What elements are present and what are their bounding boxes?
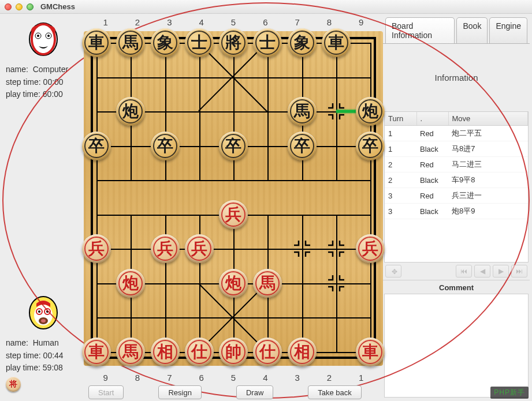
opponent-avatar-icon — [27, 22, 59, 57]
piece-red[interactable]: 炮 — [219, 269, 248, 298]
piece-red[interactable]: 炮 — [116, 269, 145, 298]
piece-red[interactable]: 相 — [151, 338, 180, 366]
file-label: 4 — [250, 373, 281, 383]
player-bottom-play: 59:08 — [43, 363, 63, 372]
player-bottom-name: Human — [33, 338, 59, 347]
piece-red[interactable]: 兵 — [356, 234, 385, 263]
window-title: GMChess — [40, 2, 75, 11]
piece-black[interactable]: 將 — [219, 28, 248, 57]
file-label: 8 — [313, 17, 345, 27]
nav-last-icon[interactable]: ⏭ — [511, 265, 527, 278]
piece-black[interactable]: 炮 — [116, 97, 145, 126]
captured-piece: 将 — [6, 377, 21, 392]
action-buttons: Start Resign Draw Take back — [84, 384, 383, 401]
svg-point-4 — [47, 35, 50, 37]
piece-black[interactable]: 炮 — [356, 97, 385, 126]
tab-engine[interactable]: Engine — [489, 17, 527, 43]
zoom-icon[interactable] — [27, 3, 34, 10]
resign-button[interactable]: Resign — [158, 385, 201, 399]
piece-black[interactable]: 象 — [288, 28, 317, 57]
draw-button[interactable]: Draw — [236, 385, 273, 399]
file-label: 1 — [345, 373, 377, 383]
take-back-button[interactable]: Take back — [308, 385, 362, 399]
piece-black[interactable]: 士 — [185, 28, 214, 57]
piece-black[interactable]: 卒 — [151, 132, 180, 160]
file-label: 3 — [281, 373, 313, 383]
piece-black[interactable]: 卒 — [82, 132, 111, 160]
piece-black[interactable]: 象 — [151, 28, 180, 57]
close-icon[interactable] — [5, 3, 12, 10]
label-name: name: — [6, 338, 28, 347]
piece-red[interactable]: 車 — [82, 338, 111, 366]
file-label: 2 — [121, 17, 153, 27]
player-bottom-step: 00:44 — [43, 351, 64, 360]
piece-red[interactable]: 相 — [288, 338, 317, 366]
file-label: 8 — [121, 373, 153, 383]
piece-red[interactable]: 馬 — [253, 269, 282, 298]
file-label: 4 — [185, 17, 217, 27]
start-button[interactable]: Start — [88, 385, 124, 399]
piece-black[interactable]: 卒 — [288, 132, 317, 160]
player-bottom: name: Human step time: 00:44 play time: … — [6, 292, 80, 392]
piece-red[interactable]: 兵 — [219, 200, 248, 229]
label-name: name: — [6, 65, 28, 74]
piece-red[interactable]: 兵 — [185, 234, 214, 263]
file-label: 3 — [154, 17, 185, 27]
piece-red[interactable]: 兵 — [82, 234, 111, 263]
nav-prev-icon[interactable]: ◀ — [474, 265, 490, 278]
piece-black[interactable]: 車 — [322, 28, 351, 57]
piece-black[interactable]: 車 — [82, 28, 111, 57]
file-label: 6 — [185, 373, 217, 383]
board-area: 123456789 車馬象士將士象車炮馬炮卒卒卒卒卒兵兵兵兵兵炮炮馬車馬相仕帥仕… — [84, 14, 383, 401]
file-labels-top: 123456789 — [84, 17, 383, 27]
svg-point-8 — [38, 310, 40, 313]
xiangqi-board[interactable]: 車馬象士將士象車炮馬炮卒卒卒卒卒兵兵兵兵兵炮炮馬車馬相仕帥仕相車 — [84, 31, 383, 366]
file-label: 9 — [90, 373, 121, 383]
window-controls — [5, 3, 34, 10]
piece-black[interactable]: 士 — [253, 28, 282, 57]
players-panel: name: Computer step time: 00:00 play tim… — [0, 14, 84, 401]
nav-first-icon[interactable]: ⏮ — [456, 265, 472, 278]
minimize-icon[interactable] — [16, 3, 23, 10]
label-step-time: step time: — [6, 351, 41, 360]
piece-red[interactable]: 仕 — [185, 338, 214, 366]
label-play-time: play time: — [6, 363, 40, 372]
file-label: 7 — [281, 17, 313, 27]
label-play-time: play time: — [6, 89, 40, 99]
file-label: 5 — [217, 17, 249, 27]
nav-next-icon[interactable]: ▶ — [493, 265, 509, 278]
watermark: PHP新手 — [490, 387, 529, 399]
nav-expand-icon[interactable]: ✥ — [385, 265, 401, 278]
svg-point-2 — [37, 35, 39, 37]
file-labels-bottom: 987654321 — [84, 373, 383, 383]
file-label: 6 — [250, 17, 281, 27]
tab-book[interactable]: Book — [456, 17, 488, 43]
piece-black[interactable]: 卒 — [356, 132, 385, 160]
captured-pieces: 将 — [6, 377, 80, 392]
piece-red[interactable]: 車 — [356, 338, 385, 366]
svg-point-12 — [41, 319, 46, 323]
file-label: 9 — [345, 17, 377, 27]
piece-red[interactable]: 兵 — [151, 234, 180, 263]
file-label: 7 — [154, 373, 185, 383]
piece-black[interactable]: 馬 — [116, 28, 145, 57]
file-label: 2 — [313, 373, 345, 383]
label-step-time: step time: — [6, 77, 41, 87]
piece-red[interactable]: 馬 — [116, 338, 145, 366]
piece-red[interactable]: 仕 — [253, 338, 282, 366]
piece-black[interactable]: 馬 — [288, 97, 317, 126]
piece-black[interactable]: 卒 — [219, 132, 248, 160]
file-label: 5 — [217, 373, 249, 383]
player-top-name: Computer — [33, 65, 68, 74]
file-label: 1 — [90, 17, 121, 27]
piece-red[interactable]: 帥 — [219, 338, 248, 366]
